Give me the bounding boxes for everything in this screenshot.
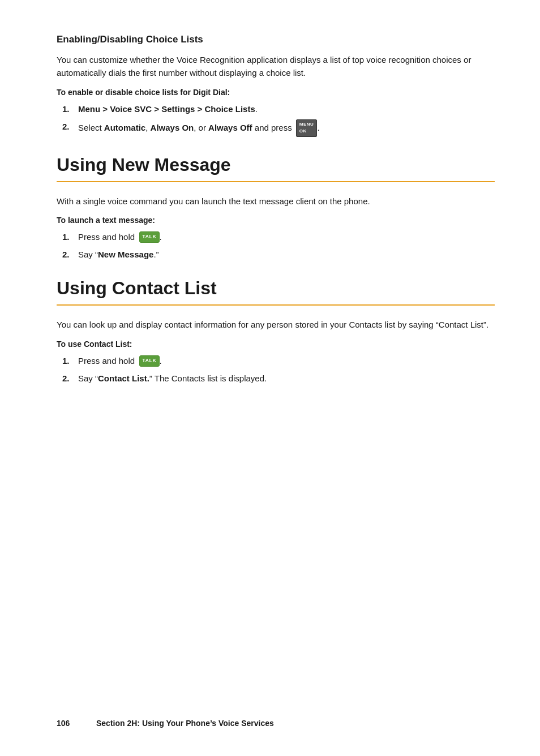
section-heading-new-message: Using New Message bbox=[57, 154, 495, 175]
step-bold-text: Contact List. bbox=[98, 373, 149, 383]
step-number: 1. bbox=[62, 102, 78, 115]
step-bold-text: Menu > Voice SVC > Settings > Choice Lis… bbox=[78, 104, 255, 114]
step-item: 1. Menu > Voice SVC > Settings > Choice … bbox=[62, 102, 495, 115]
section-using-contact-list: Using Contact List You can look up and d… bbox=[57, 278, 495, 385]
step-number: 1. bbox=[62, 230, 78, 243]
step-item: 1. Press and hold TALK. bbox=[62, 230, 495, 243]
step-content: Say “Contact List.” The Contacts list is… bbox=[78, 372, 495, 385]
instruction-label-3: To use Contact List: bbox=[57, 340, 495, 349]
step-item: 1. Press and hold TALK. bbox=[62, 354, 495, 367]
menu-ok-button-icon: MENUOK bbox=[296, 119, 318, 137]
talk-button-icon: TALK bbox=[139, 231, 159, 243]
subsection-body: You can customize whether the Voice Reco… bbox=[57, 53, 495, 80]
step-number: 2. bbox=[62, 372, 78, 385]
subsection-title: Enabling/Disabling Choice Lists bbox=[57, 34, 495, 45]
step-content: Menu > Voice SVC > Settings > Choice Lis… bbox=[78, 102, 495, 115]
instruction-label-1: To enable or disable choice lists for Di… bbox=[57, 88, 495, 97]
step-item: 2. Say “Contact List.” The Contacts list… bbox=[62, 372, 495, 385]
section-divider bbox=[57, 181, 495, 182]
footer-section-text: Section 2H: Using Your Phone’s Voice Ser… bbox=[96, 719, 274, 728]
step-number: 2. bbox=[62, 248, 78, 261]
subsection-enabling-disabling: Enabling/Disabling Choice Lists You can … bbox=[57, 34, 495, 138]
step-number: 2. bbox=[62, 120, 78, 133]
step-bold-text: New Message bbox=[98, 250, 153, 259]
step-punctuation: . bbox=[255, 104, 258, 114]
footer-page-number: 106 bbox=[57, 719, 79, 728]
step-content: Select Automatic, Always On, or Always O… bbox=[78, 120, 495, 138]
page-footer: 106 Section 2H: Using Your Phone’s Voice… bbox=[57, 719, 495, 728]
step-content: Press and hold TALK. bbox=[78, 354, 495, 367]
section-divider-2 bbox=[57, 304, 495, 306]
step-bold-text: Automatic bbox=[104, 123, 145, 132]
step-item: 2. Select Automatic, Always On, or Alway… bbox=[62, 120, 495, 138]
steps-list-1: 1. Menu > Voice SVC > Settings > Choice … bbox=[57, 102, 495, 138]
step-content: Press and hold TALK. bbox=[78, 230, 495, 243]
section-body-contact-list: You can look up and display contact info… bbox=[57, 318, 495, 331]
step-item: 2. Say “New Message.” bbox=[62, 248, 495, 261]
talk-button-icon-2: TALK bbox=[139, 355, 159, 367]
step-number: 1. bbox=[62, 354, 78, 367]
step-content: Say “New Message.” bbox=[78, 248, 495, 261]
steps-list-3: 1. Press and hold TALK. 2. Say “Contact … bbox=[57, 354, 495, 385]
section-body-new-message: With a single voice command you can laun… bbox=[57, 195, 495, 208]
section-heading-contact-list: Using Contact List bbox=[57, 278, 495, 299]
step-bold-text: Always Off bbox=[208, 123, 252, 132]
steps-list-2: 1. Press and hold TALK. 2. Say “New Mess… bbox=[57, 230, 495, 261]
section-using-new-message: Using New Message With a single voice co… bbox=[57, 154, 495, 261]
step-bold-text: Always On bbox=[151, 123, 194, 132]
instruction-label-2: To launch a text message: bbox=[57, 216, 495, 225]
